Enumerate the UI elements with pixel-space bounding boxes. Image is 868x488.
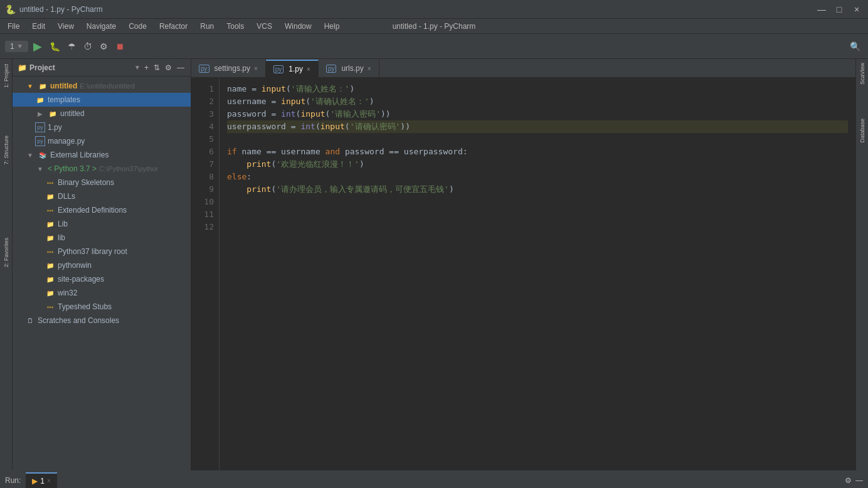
tree-site-packages-label: site-packages	[58, 275, 104, 284]
bottom-collapse-button[interactable]: —	[855, 476, 863, 485]
code-line-9: print('请办理会员，输入专属邀请码，可便宜五毛钱')	[227, 183, 848, 196]
tab-1-py-label: 1.py	[288, 65, 303, 73]
right-tab-database[interactable]: Database	[858, 114, 867, 148]
run-label: Run:	[5, 476, 21, 485]
menu-vcs[interactable]: VCS	[251, 21, 277, 32]
bottom-panel: Run: ▶ 1 × ⚙ — ▶ ↑ ⏹ ↺ ⇅ ↵ 📌 🖨 🗑 C:\Pyth…	[0, 470, 868, 488]
tree-pythonwin[interactable]: 📁 pythonwin	[13, 258, 191, 272]
tree-external-libraries[interactable]: ▼ 📚 External Libraries	[13, 148, 191, 162]
menu-view[interactable]: View	[53, 21, 79, 32]
debug-button[interactable]: 🐛	[47, 39, 63, 54]
folder-icon-untitled: 📁	[48, 109, 58, 119]
tree-dlls[interactable]: 📁 DLLs	[13, 189, 191, 203]
bottom-settings-button[interactable]: ⚙	[845, 476, 852, 485]
bottom-toolbar: ⚙ —	[845, 472, 863, 488]
tree-item-untitled-label: untitled	[60, 109, 85, 118]
project-add-button[interactable]: +	[143, 62, 150, 73]
tree-scratches[interactable]: 🗒 Scratches and Consoles	[13, 314, 191, 327]
folder-icon-lib-lower: 📁	[45, 233, 55, 243]
tree-ext-defs-label: Extended Definitions	[58, 206, 127, 215]
menu-run[interactable]: Run	[195, 21, 219, 32]
lib-icon-ext: ▪▪▪	[45, 205, 55, 215]
code-line-4: userpassword = int(input('请确认密码'))	[227, 120, 848, 133]
close-button[interactable]: ×	[850, 4, 863, 14]
tab-urls-py-label: urls.py	[341, 64, 363, 73]
minimize-button[interactable]: —	[815, 4, 828, 14]
search-button[interactable]: 🔍	[847, 39, 863, 54]
tree-item-templates[interactable]: 📁 templates	[13, 93, 191, 107]
tree-python37-root[interactable]: ▪▪▪ Python37 library root	[13, 245, 191, 258]
run-tab-icon: ▶	[32, 477, 38, 485]
menu-edit[interactable]: Edit	[27, 21, 50, 32]
main: 1: Project 7: Structure 2: Favorites 📁 P…	[0, 59, 868, 470]
menu-window[interactable]: Window	[280, 21, 317, 32]
python37-label: < Python 3.7 >	[48, 164, 97, 173]
menu-navigate[interactable]: Navigate	[82, 21, 121, 32]
tree-root[interactable]: ▼ 📁 untitled E:\untitled\untitled	[13, 79, 191, 93]
run-config[interactable]: 1 ▼	[5, 41, 28, 52]
menu-help[interactable]: Help	[319, 21, 345, 32]
sidebar-tab-structure[interactable]: 7: Structure	[2, 130, 11, 170]
tree-win32-label: win32	[58, 289, 77, 297]
tree-item-1py[interactable]: py 1.py	[13, 120, 191, 134]
py-file-icon-manage: py	[35, 136, 45, 146]
root-folder-icon: 📁	[38, 81, 48, 91]
code-line-6: if name == username and password == user…	[227, 146, 848, 158]
tree-item-managepy-label: manage.py	[48, 137, 85, 146]
tree-lib-lower[interactable]: 📁 lib	[13, 231, 191, 245]
profile-button[interactable]: ⏱	[81, 39, 95, 54]
coverage-button[interactable]: ☂	[65, 39, 78, 54]
tab-urls-close[interactable]: ×	[368, 65, 371, 72]
tree-python37[interactable]: ▼ < Python 3.7 > C:\Python37\pythor	[13, 162, 191, 176]
tree-extended-defs[interactable]: ▪▪▪ Extended Definitions	[13, 203, 191, 217]
sidebar-tab-project[interactable]: 1: Project	[2, 59, 11, 93]
tab-urls-py[interactable]: py urls.py ×	[319, 60, 379, 77]
run-button[interactable]: ▶	[31, 37, 45, 56]
project-dropdown-chevron[interactable]: ▼	[134, 64, 140, 71]
tree-typeshed-label: Typeshed Stubs	[58, 302, 112, 311]
project-collapse-button[interactable]: —	[176, 62, 186, 73]
python37-open-icon: ▼	[35, 164, 45, 174]
stop-button[interactable]: ⏹	[113, 39, 127, 54]
code-line-8: else:	[227, 171, 848, 183]
menu-code[interactable]: Code	[124, 21, 152, 32]
tree-lib[interactable]: 📁 Lib	[13, 217, 191, 231]
lib-icon-binary: ▪▪▪	[45, 178, 55, 188]
tabs-bar: py settings.py × py 1.py × py urls.py ×	[191, 59, 855, 78]
bottom-tabs: Run: ▶ 1 × ⚙ —	[0, 472, 868, 488]
project-settings-button[interactable]: ⚙	[164, 62, 173, 73]
tree-site-packages[interactable]: 📁 site-packages	[13, 272, 191, 286]
bottom-tab-run-1[interactable]: ▶ 1 ×	[26, 472, 57, 489]
editor-content[interactable]: 1 2 3 4 5 6 7 8 9 10 11 12 name = input(…	[191, 78, 855, 470]
run-tab-close[interactable]: ×	[47, 477, 51, 484]
lib-icon-py37: ▪▪▪	[45, 247, 55, 257]
menu-refactor[interactable]: Refactor	[154, 21, 193, 32]
tab-settings-py-label: settings.py	[214, 64, 250, 73]
project-sort-button[interactable]: ⇅	[152, 62, 161, 73]
root-name: untitled	[50, 82, 77, 90]
tree-typeshed[interactable]: ▪▪▪ Typeshed Stubs	[13, 300, 191, 314]
project-header: 📁 Project ▼ + ⇅ ⚙ —	[13, 59, 191, 77]
folder-icon-dlls: 📁	[45, 191, 55, 201]
maximize-button[interactable]: □	[833, 4, 845, 14]
tab-settings-py[interactable]: py settings.py ×	[191, 60, 266, 77]
settings-button[interactable]: ⚙	[97, 39, 110, 54]
menu-file[interactable]: File	[3, 21, 24, 32]
folder-open-icon: ▼	[25, 81, 35, 91]
tree-lib-lower-label: lib	[58, 233, 65, 242]
right-tab-scaview[interactable]: ScaView	[858, 59, 867, 88]
menu-tools[interactable]: Tools	[221, 21, 249, 32]
tree-item-untitled[interactable]: ▶ 📁 untitled	[13, 107, 191, 120]
run-config-chevron: ▼	[17, 43, 23, 50]
tab-settings-close[interactable]: ×	[254, 65, 258, 72]
sidebar-tab-favorites[interactable]: 2: Favorites	[2, 233, 11, 272]
code-area[interactable]: name = input('请输入姓名：') username = input(…	[220, 78, 855, 470]
window-title: untitled - 1.py - PyCharm	[393, 22, 476, 31]
run-config-label: 1	[10, 42, 14, 51]
tree-item-managepy[interactable]: py manage.py	[13, 134, 191, 148]
tree-binary-skeletons[interactable]: ▪▪▪ Binary Skeletons	[13, 176, 191, 189]
tab-1-close[interactable]: ×	[307, 66, 310, 73]
tree-win32[interactable]: 📁 win32	[13, 286, 191, 300]
tree-item-templates-label: templates	[48, 95, 80, 104]
tab-1-py[interactable]: py 1.py ×	[266, 60, 319, 77]
